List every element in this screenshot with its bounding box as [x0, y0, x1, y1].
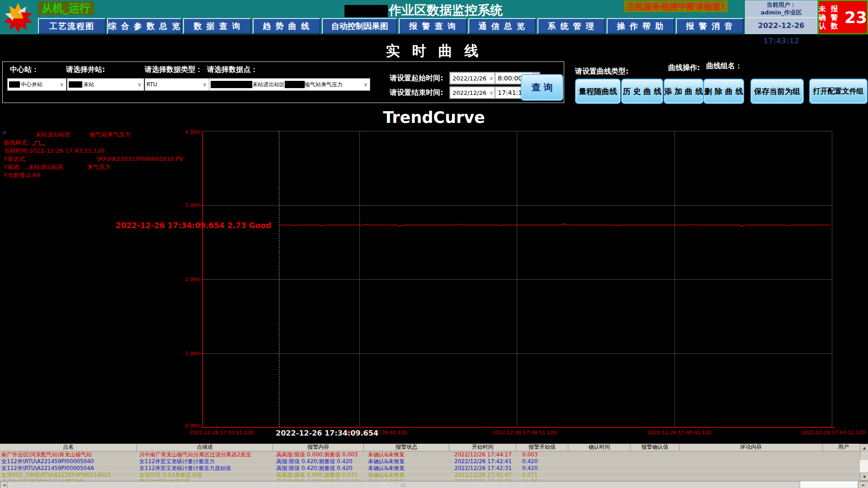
cell-comment — [687, 451, 831, 458]
range-follow-curve-button[interactable]: 量程随曲线 — [575, 79, 621, 104]
alarm-count: 23 — [844, 8, 867, 27]
cell-alarm-content: 高报:限值 0.420;测量值 0.420 — [275, 458, 367, 465]
end-time-label: 请设置结束时间: — [390, 88, 443, 98]
col-point-name[interactable]: 点名 — [0, 444, 137, 451]
redaction-block — [69, 81, 82, 88]
alarm-counter-label-col1: 未确认 — [819, 5, 830, 30]
chevron-down-icon: ∨ — [361, 81, 370, 88]
redaction-block — [9, 81, 20, 88]
datapoint-label: 请选择数据点： — [207, 65, 258, 75]
cell-ack-value — [637, 458, 687, 465]
cell-point-name: 女112井\RTU\A221459PI0000504A — [0, 465, 138, 471]
datetime-display: 2022-12-26 17:43:12 — [745, 18, 817, 34]
legend-current-time: 当前时间:2022-12-26 17:43:11.120 — [4, 147, 104, 155]
unacknowledged-alarm-counter[interactable]: 未确认 报警数 23 — [818, 0, 868, 34]
end-date-select[interactable]: 2022/12/26 ∨ — [449, 86, 496, 99]
pointer-icon: ☞ — [1, 129, 7, 136]
menu-process-flow[interactable]: 工艺流程图 — [38, 18, 106, 34]
center-station-label: 中心站： — [10, 65, 39, 75]
cell-start-time: 2022/12/26 17:41:47 — [453, 472, 521, 478]
table-vscroll-track[interactable] — [860, 460, 868, 473]
col-alarm-content[interactable]: 报警内容 — [273, 444, 364, 451]
cell-point-desc: 女112井至宝龙镇计量计量压力 — [138, 458, 275, 465]
redaction-block — [285, 81, 305, 88]
main-menu-bar: 工艺流程图 综 合 参 数 总 览 数 据 查 询 趋 势 曲 线 自动控制因果… — [38, 18, 744, 34]
save-group-button[interactable]: 保存当前为组 — [750, 79, 804, 104]
alarm-row[interactable]: 女112井\RTU\A221459PI00005040 女112井至宝龙镇计量计… — [0, 458, 868, 465]
alarm-row[interactable]: 女112井\RTU\A221459PI0000504A 女112井至宝龙镇计量计… — [0, 465, 868, 472]
menu-trend-curve[interactable]: 趋 势 曲 线 — [253, 18, 321, 34]
y-tick-label: 4.000 — [185, 129, 200, 135]
curve-op-label: 曲线操作: — [668, 63, 700, 73]
col-alarm-state[interactable]: 报警状态 — [364, 444, 449, 451]
table-vscroll-thumb[interactable] — [860, 451, 868, 461]
menu-alarm-mute[interactable]: 报 警 消 音 — [676, 18, 744, 34]
redaction-block — [344, 5, 388, 17]
cell-ack-time — [574, 465, 637, 471]
menu-operation-help[interactable]: 操 作 帮 助 — [607, 18, 675, 34]
query-button[interactable]: 查 询 — [521, 74, 563, 101]
status-badge: 从机_运行 — [38, 1, 94, 15]
chevron-down-icon: ∨ — [200, 81, 209, 88]
table-hscroll-gap[interactable] — [800, 481, 857, 488]
curve-group-label: 曲线组名： — [706, 61, 742, 71]
alarm-table: 点名 点描述 报警内容 报警状态 开始时间 报警开始值 确认时间 报警确认值 评… — [0, 444, 868, 481]
start-date-select[interactable]: 2022/12/26 ∨ — [449, 72, 496, 84]
menu-alarm-query[interactable]: 报 警 查 询 — [399, 18, 467, 34]
alarm-row[interactable]: 南广作业区\河东配气站\青龙山输气站 川中南广青龙山输气站分离区过滤分离器2差压… — [0, 451, 868, 458]
cell-alarm-content: 高高报:限值 0.000;测量值 0.071 — [275, 472, 367, 478]
trend-curve-plot[interactable] — [202, 131, 832, 427]
cell-ack-value — [637, 451, 687, 458]
cell-alarm-content: 高报:限值 0.420;测量值 0.420 — [275, 465, 367, 471]
cell-point-desc: 女112井至宝龙镇计量计量压力原始值 — [138, 465, 275, 471]
table-scroll-down-button[interactable]: ▼ — [860, 473, 868, 481]
x-tick-label: 2022-12-26 17:40:41.120 — [647, 430, 711, 436]
delete-curve-button[interactable]: 删 除 曲 线 — [703, 79, 744, 104]
menu-data-query[interactable]: 数 据 查 询 — [183, 18, 251, 34]
col-point-desc[interactable]: 点描述 — [137, 444, 273, 451]
add-curve-button[interactable]: 添 加 曲 线 — [664, 79, 703, 104]
col-alarm-start-value[interactable]: 报警开始值 — [516, 444, 568, 451]
cell-comment — [687, 458, 831, 465]
app-window: 从机_运行 作业区数据监控系统 主机服务链接中断请检查! 当前用户： admin… — [0, 0, 868, 488]
history-curve-button[interactable]: 历 史 曲 线 — [621, 79, 663, 104]
cell-start-time: 2022/12/26 17:42:31 — [453, 465, 521, 471]
legend-y-current-value: Y当前值:2.69 — [4, 171, 40, 179]
cell-point-name: 女深002_3井组\RTU\A222054PI00014020 — [0, 472, 138, 478]
cell-comment — [687, 472, 831, 478]
x-axis-line — [202, 427, 835, 428]
menu-auto-control-diagram[interactable]: 自动控制因果图 — [322, 18, 398, 34]
cell-point-desc: 女深002-3-X2井套压示值 — [138, 472, 275, 478]
open-config-group-button[interactable]: 打开配置文件组 — [809, 79, 868, 104]
menu-parameter-overview[interactable]: 综 合 参 数 总 览 — [107, 18, 182, 34]
menu-system-management[interactable]: 系 统 管 理 — [538, 18, 605, 34]
well-station-select[interactable]: 末站 ∨ — [67, 78, 144, 91]
table-hscroll-thumb[interactable]: ||| — [7, 481, 800, 488]
alarm-row[interactable]: 女深002_3井组\RTU\A222054PI00014020 女深002-3-… — [0, 472, 868, 479]
cell-point-name: 女112井\RTU\A221459PI00005040 — [0, 458, 138, 465]
x-tick-label: 2022-12-26 17:38:11.120 — [492, 430, 556, 436]
col-alarm-ack-value[interactable]: 报警确认值 — [631, 444, 679, 451]
cell-ack-time — [574, 458, 637, 465]
cell-start-value: 0.071 — [521, 472, 574, 478]
x-tick-label: 2022-12-26 17:43:11.120 — [801, 430, 865, 436]
center-station-select[interactable]: 中心井站 ∨ — [7, 78, 66, 91]
warning-banner: 主机服务链接中断请检查! — [624, 0, 728, 12]
current-user-label: 当前用户： — [745, 1, 817, 9]
datatype-select[interactable]: RTU ∨ — [145, 78, 209, 91]
x-tick-label: 2022-12-26 17:33:11.120 — [189, 430, 253, 436]
current-user-name: admin_作业区 — [745, 9, 817, 16]
datapoint-select[interactable]: 末站进出站区 输气站来气压力 ∨ — [209, 78, 370, 91]
y-tick-label: 3.000 — [185, 202, 200, 208]
chevron-down-icon: ∨ — [488, 90, 495, 96]
table-scroll-right-button[interactable]: ► — [858, 481, 868, 488]
col-comment[interactable]: 评论内容 — [679, 444, 823, 451]
col-ack-time[interactable]: 确认时间 — [568, 444, 631, 451]
well-station-label: 请选择井站: — [66, 65, 105, 75]
legend-series-name: 末站进出站区输气站来气压力 — [35, 131, 131, 139]
line-style-icon — [31, 141, 47, 146]
col-start-time[interactable]: 开始时间 — [449, 444, 516, 451]
menu-comm-overview[interactable]: 通 信 总 览 — [468, 18, 536, 34]
col-user[interactable]: 用户 — [823, 444, 864, 451]
y-tick-label: 2.000 — [185, 277, 200, 282]
